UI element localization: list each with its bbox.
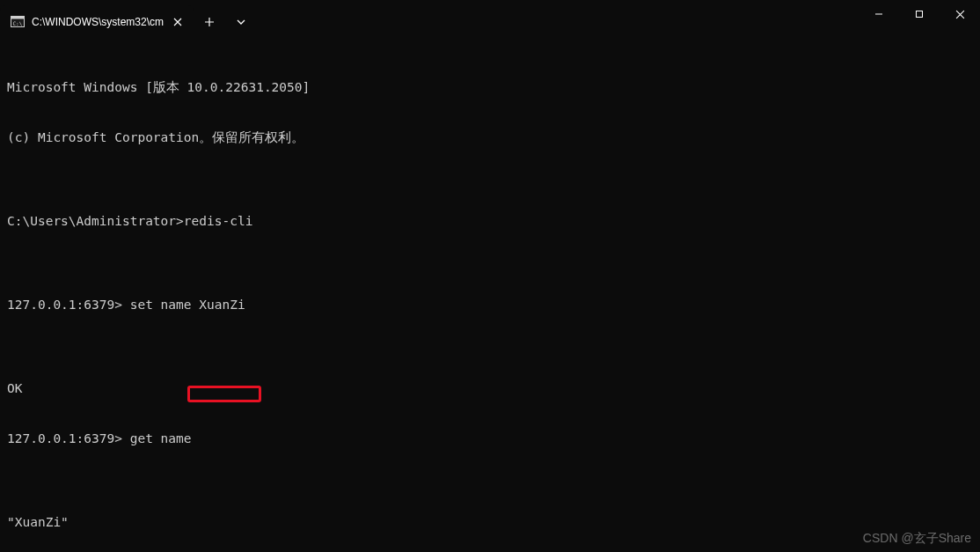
banner-line: Microsoft Windows [版本 10.0.22631.2050] — [7, 79, 973, 96]
output-ok: OK — [7, 380, 973, 397]
cmd-icon: C:\ — [11, 15, 25, 29]
redis-line: 127.0.0.1:6379> set name XuanZi — [7, 297, 973, 347]
maximize-button[interactable] — [899, 0, 940, 28]
redis-prompt: 127.0.0.1:6379> — [7, 431, 122, 445]
output-value: "XuanZi" — [7, 514, 973, 531]
window-controls — [859, 0, 980, 39]
cmd-prompt-line: C:\Users\Administrator>redis-cli — [7, 213, 973, 263]
command-get-name: get name — [122, 431, 192, 445]
titlebar-drag-area[interactable] — [257, 0, 859, 39]
terminal-output[interactable]: Microsoft Windows [版本 10.0.22631.2050] (… — [0, 39, 980, 552]
svg-rect-3 — [917, 11, 923, 18]
redis-line: 127.0.0.1:6379> get name — [7, 431, 973, 481]
close-window-button[interactable] — [940, 0, 980, 28]
window-titlebar: C:\ C:\WINDOWS\system32\cmd. — [0, 0, 980, 39]
command-set-name: set name XuanZi — [122, 298, 245, 312]
command-redis-cli: redis-cli — [184, 214, 253, 228]
tab-active[interactable]: C:\ C:\WINDOWS\system32\cmd. — [0, 5, 194, 39]
svg-rect-1 — [11, 17, 25, 19]
copyright-line: (c) Microsoft Corporation。保留所有权利。 — [7, 129, 973, 146]
tab-title: C:\WINDOWS\system32\cmd. — [32, 16, 164, 28]
minimize-button[interactable] — [859, 0, 899, 28]
cmd-prompt: C:\Users\Administrator> — [7, 214, 184, 228]
redis-prompt: 127.0.0.1:6379> — [7, 298, 122, 312]
svg-text:C:\: C:\ — [13, 20, 23, 26]
close-icon[interactable] — [171, 15, 185, 29]
tab-dropdown-button[interactable] — [225, 5, 257, 39]
new-tab-button[interactable] — [194, 5, 225, 39]
